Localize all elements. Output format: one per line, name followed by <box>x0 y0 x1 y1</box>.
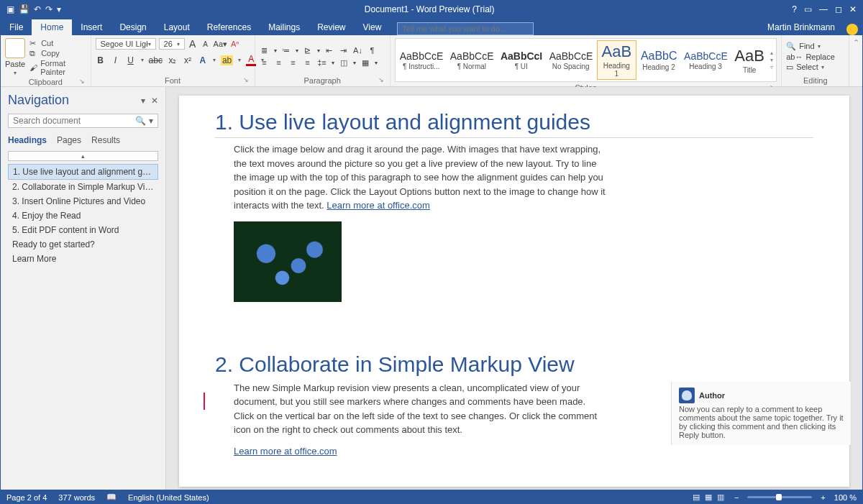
tab-insert[interactable]: Insert <box>72 19 111 35</box>
tab-home[interactable]: Home <box>32 19 72 35</box>
style-heading2[interactable]: AaBbCHeading 2 <box>638 48 680 73</box>
paragraph-dialog-icon[interactable]: ↘ <box>378 76 384 83</box>
align-right-icon[interactable]: ≡ <box>288 58 298 67</box>
navtab-results[interactable]: Results <box>91 135 120 145</box>
text-effects-button[interactable]: A <box>198 55 208 65</box>
status-proofing-icon[interactable]: 📖 <box>106 492 117 502</box>
bold-button[interactable]: B <box>96 55 106 65</box>
window-help-icon[interactable]: ? <box>792 4 797 14</box>
link-learn-more-1[interactable]: Learn more at office.com <box>327 200 430 211</box>
show-marks-icon[interactable]: ¶ <box>367 46 378 55</box>
search-options-icon[interactable]: ▾ <box>149 116 153 126</box>
multilevel-icon[interactable]: ⊵ <box>303 46 313 55</box>
collapse-ribbon-icon[interactable]: ⌃ <box>849 35 862 86</box>
qat-word-icon[interactable]: ▣ <box>6 4 14 14</box>
feedback-smiley-icon[interactable] <box>846 24 858 35</box>
style-nospacing[interactable]: AaBbCcENo Spacing <box>547 49 595 72</box>
paste-button[interactable]: Paste <box>5 60 25 68</box>
inline-image[interactable] <box>234 221 342 302</box>
nav-item-6[interactable]: Ready to get started? <box>8 237 158 252</box>
status-page[interactable]: Page 2 of 4 <box>6 493 47 502</box>
nav-item-4[interactable]: 4. Enjoy the Read <box>8 209 158 223</box>
font-size-select[interactable]: 26▾ <box>159 38 185 50</box>
grow-font-icon[interactable]: A <box>188 38 198 50</box>
nav-dropdown-icon[interactable]: ▾ <box>141 96 145 106</box>
paragraph-1[interactable]: Click the image below and drag it around… <box>234 142 608 213</box>
heading-2[interactable]: 2. Collaborate in Simple Markup View <box>215 352 813 377</box>
tab-design[interactable]: Design <box>111 19 155 35</box>
select-button[interactable]: ▭Select ▾ <box>786 63 835 72</box>
nav-item-7[interactable]: Learn More <box>8 252 158 266</box>
copy-button[interactable]: ⧉Copy <box>29 49 86 58</box>
view-read-icon[interactable]: ▤ <box>691 492 701 501</box>
borders-icon[interactable]: ▦ <box>360 58 370 68</box>
zoom-out-icon[interactable]: − <box>734 493 739 502</box>
italic-button[interactable]: I <box>111 55 121 65</box>
align-left-icon[interactable]: ≡ <box>260 58 270 67</box>
qat-save-icon[interactable]: 💾 <box>19 4 29 14</box>
view-web-icon[interactable]: ▥ <box>716 492 726 501</box>
nav-item-5[interactable]: 5. Edit PDF content in Word <box>8 223 158 237</box>
justify-icon[interactable]: ≡ <box>303 58 313 67</box>
align-center-icon[interactable]: ≡ <box>274 58 284 67</box>
nav-item-3[interactable]: 3. Insert Online Pictures and Video <box>8 194 158 209</box>
strikethrough-button[interactable]: abc <box>149 55 163 65</box>
change-case-button[interactable]: Aa▾ <box>214 40 227 49</box>
decrease-indent-icon[interactable]: ⇤ <box>324 46 334 55</box>
nav-close-icon[interactable]: ✕ <box>151 96 158 106</box>
status-language[interactable]: English (United States) <box>128 493 209 502</box>
status-words[interactable]: 377 words <box>58 493 95 502</box>
style-ui[interactable]: AaBbCcI¶ UI <box>498 49 545 72</box>
shrink-font-icon[interactable]: A <box>201 40 211 48</box>
zoom-level[interactable]: 100 % <box>834 493 857 502</box>
nav-item-1[interactable]: 1. Use live layout and alignment gui... <box>8 164 158 180</box>
styles-row-up-icon[interactable]: ▴ <box>770 50 773 56</box>
link-learn-more-2[interactable]: Learn more at office.com <box>234 446 337 457</box>
clipboard-dialog-icon[interactable]: ↘ <box>79 78 85 85</box>
navtab-headings[interactable]: Headings <box>8 135 47 145</box>
format-painter-button[interactable]: 🖌Format Painter <box>29 59 86 76</box>
window-maximize-icon[interactable]: ◻ <box>835 4 842 14</box>
comment-balloon[interactable]: Author Now you can reply to a comment to… <box>671 382 851 445</box>
window-close-icon[interactable]: ✕ <box>849 4 857 14</box>
revision-bar[interactable] <box>204 393 205 410</box>
search-icon[interactable]: 🔍 <box>135 116 146 126</box>
zoom-slider[interactable] <box>747 496 812 498</box>
tab-view[interactable]: View <box>355 19 391 35</box>
styles-more-icon[interactable]: ▿ <box>770 64 773 70</box>
qat-undo-icon[interactable]: ↶ <box>34 4 41 14</box>
tab-file[interactable]: File <box>1 19 32 35</box>
style-instructi[interactable]: AaBbCcE¶ Instructi... <box>397 49 446 72</box>
highlight-button[interactable]: ab <box>221 55 233 65</box>
tab-layout[interactable]: Layout <box>155 19 198 35</box>
shading-icon[interactable]: ◫ <box>339 58 349 68</box>
style-title[interactable]: AaBTitle <box>731 45 767 75</box>
line-spacing-icon[interactable]: ‡≡ <box>317 58 327 67</box>
clear-formatting-icon[interactable]: Aᵊ <box>230 40 240 49</box>
bullets-icon[interactable]: ≣ <box>260 46 270 55</box>
qat-redo-icon[interactable]: ↷ <box>45 4 52 14</box>
qat-customize-icon[interactable]: ▾ <box>57 4 61 14</box>
tab-review[interactable]: Review <box>309 19 354 35</box>
nav-expand-collapse[interactable]: ▴ <box>8 151 158 161</box>
document-area[interactable]: 1. Use live layout and alignment guides … <box>166 87 862 490</box>
tab-references[interactable]: References <box>198 19 260 35</box>
nav-search[interactable]: 🔍▾ <box>8 114 158 128</box>
style-normal[interactable]: AaBbCcE¶ Normal <box>447 49 496 72</box>
replace-button[interactable]: ab↔Replace <box>786 52 835 61</box>
navtab-pages[interactable]: Pages <box>57 135 81 145</box>
style-heading1[interactable]: AaBHeading 1 <box>597 40 636 80</box>
nav-item-2[interactable]: 2. Collaborate in Simple Markup View <box>8 180 158 194</box>
window-minimize-icon[interactable]: — <box>819 4 828 14</box>
cut-button[interactable]: ✂Cut <box>29 39 86 47</box>
styles-row-down-icon[interactable]: ▾ <box>770 57 773 63</box>
window-ribbon-opts-icon[interactable]: ▭ <box>804 4 812 14</box>
increase-indent-icon[interactable]: ⇥ <box>339 46 349 55</box>
paragraph-2[interactable]: The new Simple Markup revision view pres… <box>234 381 608 437</box>
nav-search-input[interactable] <box>13 116 135 126</box>
paste-icon[interactable] <box>5 38 25 58</box>
view-print-icon[interactable]: ▦ <box>703 492 713 501</box>
zoom-in-icon[interactable]: + <box>821 493 825 502</box>
signed-in-user[interactable]: Martin Brinkmann <box>760 19 842 35</box>
find-button[interactable]: 🔍Find ▾ <box>786 42 835 51</box>
